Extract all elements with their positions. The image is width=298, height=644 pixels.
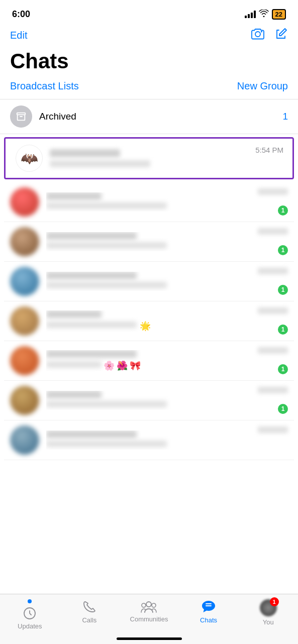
action-row: Broadcast Lists New Group bbox=[0, 79, 298, 99]
blurred-message bbox=[46, 361, 102, 368]
status-time: 6:00 bbox=[12, 9, 30, 20]
chat-info: 🌸 🌺 🎀 bbox=[46, 350, 288, 371]
unread-badge: 1 bbox=[278, 205, 288, 216]
chat-info bbox=[46, 192, 288, 211]
chat-info: 🌟 bbox=[46, 310, 288, 332]
tab-calls[interactable]: Calls bbox=[69, 599, 110, 624]
broadcast-lists-link[interactable]: Broadcast Lists bbox=[10, 80, 79, 92]
status-bar: 6:00 22 bbox=[0, 0, 298, 25]
blurred-message bbox=[46, 401, 167, 407]
chat-row[interactable]: 1 bbox=[4, 381, 294, 420]
tab-chats-label: Chats bbox=[200, 616, 217, 624]
tab-you[interactable]: 1 You bbox=[248, 599, 288, 626]
blurred-name bbox=[46, 310, 102, 318]
blurred-time bbox=[258, 188, 288, 195]
chat-info bbox=[46, 272, 288, 291]
emoji: 🎀 bbox=[130, 360, 141, 371]
chat-list: 1 1 1 🌟 1 bbox=[0, 182, 298, 460]
avatar bbox=[10, 346, 39, 375]
blurred-time bbox=[258, 268, 288, 274]
unread-badge: 1 bbox=[278, 404, 288, 414]
highlighted-chat-content bbox=[50, 149, 282, 167]
blurred-name bbox=[46, 350, 137, 358]
avatar bbox=[10, 187, 39, 217]
unread-badge: 1 bbox=[278, 285, 288, 295]
chat-info bbox=[46, 391, 288, 410]
chat-row[interactable]: 1 bbox=[4, 262, 294, 301]
tab-communities-label: Communities bbox=[130, 615, 168, 623]
chat-row[interactable]: 1 bbox=[4, 222, 294, 262]
home-indicator bbox=[117, 637, 182, 640]
wifi-icon bbox=[259, 10, 269, 19]
tab-you-label: You bbox=[263, 618, 274, 626]
emoji: 🌺 bbox=[117, 360, 128, 371]
tab-bar: Updates Calls Communities Chats 1 You bbox=[0, 594, 298, 644]
svg-point-0 bbox=[261, 31, 262, 33]
chat-info bbox=[46, 232, 288, 251]
blurred-chat-name bbox=[50, 149, 120, 157]
emoji: 🌟 bbox=[140, 320, 151, 332]
blurred-time bbox=[258, 307, 288, 314]
unread-badge: 1 bbox=[278, 245, 288, 255]
blurred-message bbox=[46, 441, 167, 447]
archived-count: 1 bbox=[282, 111, 288, 122]
chat-info bbox=[46, 431, 288, 450]
updates-dot bbox=[28, 599, 32, 603]
you-avatar-wrapper: 1 bbox=[260, 599, 277, 616]
tab-chats[interactable]: Chats bbox=[188, 599, 229, 624]
blurred-name bbox=[46, 431, 137, 438]
blurred-time bbox=[258, 426, 288, 433]
avatar bbox=[10, 425, 39, 455]
chat-row[interactable]: 🌸 🌺 🎀 1 bbox=[4, 341, 294, 381]
page-title: Chats bbox=[0, 47, 298, 79]
blurred-message bbox=[46, 202, 167, 209]
avatar bbox=[10, 386, 39, 415]
archived-label: Archived bbox=[39, 111, 282, 122]
avatar bbox=[10, 227, 39, 256]
emoji: 🌸 bbox=[104, 360, 115, 371]
blurred-message bbox=[46, 282, 167, 288]
tab-communities[interactable]: Communities bbox=[129, 599, 169, 623]
highlighted-chat-row[interactable]: 🦇 5:54 PM bbox=[4, 137, 294, 179]
archive-icon bbox=[10, 105, 32, 128]
signal-icon bbox=[245, 10, 256, 18]
chat-row[interactable]: 🌟 1 bbox=[4, 301, 294, 341]
edit-button[interactable]: Edit bbox=[10, 30, 27, 41]
batman-avatar: 🦇 bbox=[16, 145, 43, 172]
compose-button[interactable] bbox=[275, 27, 288, 43]
avatar bbox=[10, 306, 39, 336]
updates-icon bbox=[23, 606, 37, 620]
calls-icon bbox=[82, 599, 97, 614]
archived-row[interactable]: Archived 1 bbox=[0, 99, 298, 134]
nav-bar: Edit bbox=[0, 25, 298, 47]
highlighted-chat-time: 5:54 PM bbox=[255, 146, 283, 154]
chats-icon bbox=[201, 599, 217, 614]
blurred-name bbox=[46, 272, 137, 279]
you-badge: 1 bbox=[270, 597, 279, 606]
tab-updates-label: Updates bbox=[18, 622, 42, 630]
communities-icon bbox=[140, 599, 157, 613]
new-group-link[interactable]: New Group bbox=[237, 80, 288, 92]
svg-point-2 bbox=[146, 602, 151, 607]
blurred-message bbox=[46, 321, 137, 328]
blurred-time bbox=[258, 387, 288, 393]
avatar bbox=[10, 267, 39, 296]
blurred-time bbox=[258, 347, 288, 354]
svg-point-4 bbox=[152, 603, 156, 607]
unread-badge: 1 bbox=[278, 364, 288, 374]
chat-row[interactable] bbox=[4, 420, 294, 460]
blurred-name bbox=[46, 391, 102, 398]
blurred-time bbox=[258, 228, 288, 235]
svg-point-3 bbox=[142, 603, 146, 607]
unread-badge: 1 bbox=[278, 325, 288, 335]
battery-indicator: 22 bbox=[272, 9, 286, 20]
blurred-message bbox=[46, 242, 167, 249]
tab-updates[interactable]: Updates bbox=[10, 599, 50, 630]
blurred-chat-message bbox=[50, 160, 150, 167]
chat-row[interactable]: 1 bbox=[4, 182, 294, 222]
blurred-name bbox=[46, 232, 137, 240]
blurred-name bbox=[46, 192, 102, 200]
camera-button[interactable] bbox=[251, 28, 265, 43]
nav-icons bbox=[251, 27, 288, 43]
tab-calls-label: Calls bbox=[82, 616, 96, 624]
